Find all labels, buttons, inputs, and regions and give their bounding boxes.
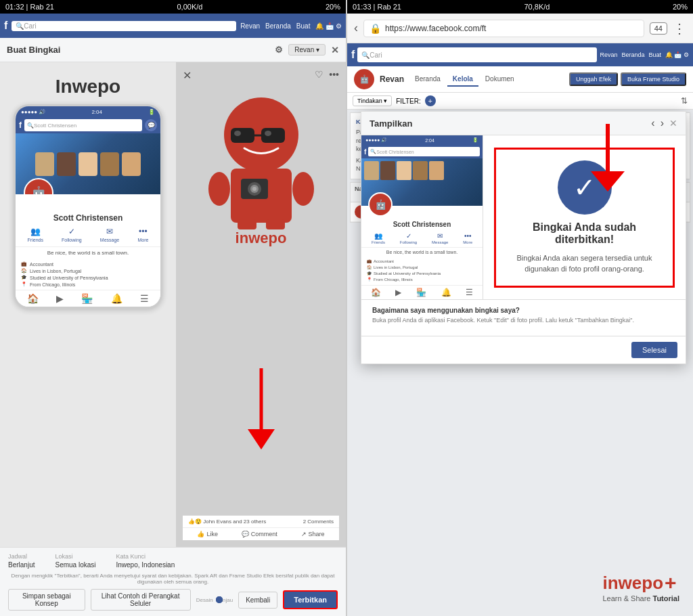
tab-kelola[interactable]: Kelola [447,72,478,87]
comment-button[interactable]: 💬 Comment [242,531,277,537]
buka-frame-studio-btn[interactable]: Buka Frame Studio [621,72,686,86]
svg-rect-14 [266,219,285,229]
terbitkan-button[interactable]: Terbitkan [283,590,338,609]
inwepo-brand: inwepo + Learn & Share Tutorial [602,571,679,602]
ov-nav-home[interactable]: 🏠 [371,288,381,297]
share-button[interactable]: ↗ Share [301,531,325,537]
close-icon[interactable]: ✕ [331,45,339,56]
nav-menu-icon[interactable]: ☰ [140,293,149,304]
time-left: 01:32 | Rab 21 [5,3,54,11]
add-filter-btn[interactable]: + [425,95,436,106]
ov-message-icon: ✉ [437,232,443,240]
overlay-prev-btn[interactable]: ‹ [651,117,654,129]
ov-action-more[interactable]: ••• More [463,232,472,244]
jadwal-value: Berlanjut [8,561,35,569]
ov-info-2: 🏠 Lives in Lisbon, Portugal [367,265,477,269]
inwepo-sub: Learn & Share Tutorial [602,594,679,602]
tab-count[interactable]: 44 [650,22,667,35]
browser-menu-icon[interactable]: ⋮ [673,20,686,37]
ov-cover: 🤖 [361,158,483,206]
sort-icon[interactable]: ⇅ [681,96,688,106]
lihat-btn[interactable]: Lihat Contoh di Perangkat Seluler [91,589,191,611]
network-left: 0,00K/d [177,3,203,11]
svg-point-4 [234,131,241,136]
overlay-body: ●●●●● 🔊 2:04 🔋 f 🔍 Scott Christensen [361,135,686,299]
fb-nav-icons-right: 🔔 📩 ⚙ [665,51,689,58]
ov-search[interactable]: 🔍 Scott Christensen [368,147,480,156]
right-red-arrow [584,124,631,194]
fb-page-nav-items: Revan Beranda Buat 🔔 📩 ⚙ [600,51,689,58]
phone-bottom-nav-left: 🏠 ▶ 🏪 🔔 ☰ [16,290,160,307]
unggah-efek-btn[interactable]: Unggah Efek [569,72,618,86]
action-message[interactable]: ✉ Message [100,227,119,242]
selesai-button[interactable]: Selesai [631,342,677,358]
more-label: More [137,238,148,242]
nav-video-icon[interactable]: ▶ [56,293,64,304]
preview-more-icon[interactable]: ••• [329,69,339,82]
ov-person-5 [429,161,444,180]
ov-home-icon: 🏠 [367,265,372,269]
phone-search-text: Scott Christensen [34,123,76,129]
action-following[interactable]: ✓ Following [62,227,82,242]
ov-action-following[interactable]: ✓ Following [400,232,417,244]
info-lisbon: 🏠 Lives in Lisbon, Portugal [21,268,155,273]
robot-svg [207,94,315,229]
action-friends[interactable]: 👥 Friends [28,227,43,242]
phone-fb-logo: f [19,120,22,130]
nav-notif-icon[interactable]: 🔔 [111,293,122,304]
nav-shop-icon[interactable]: 🏪 [81,293,93,304]
simpan-btn[interactable]: Simpan sebagai Konsep [8,589,85,611]
nav-home-icon[interactable]: 🏠 [27,293,39,304]
overlay-nav: ‹ › ✕ [651,117,677,129]
fb-nav-buat[interactable]: Buat [648,51,661,58]
filter-label: FILTER: [396,97,420,105]
nav-revan[interactable]: Revan [240,22,260,30]
settings-icon[interactable]: ⚙ [275,45,283,55]
post-likes: 👍😲 John Evans and 23 others [188,519,266,525]
toolbar-actions: Simpan sebagai Konsep Lihat Contoh di Pe… [8,589,338,611]
fb-nav-beranda[interactable]: Beranda [621,51,644,58]
fb-page-search[interactable]: 🔍 Cari [357,47,597,62]
bingkai-title: Buat Bingkai [7,45,60,55]
learn-share-text: Learn & Share [602,594,650,602]
tab-dokumen[interactable]: Dokumen [480,72,520,87]
ov-following-icon: ✓ [406,232,411,240]
like-button[interactable]: 👍 Like [197,531,218,537]
ov-action-message[interactable]: ✉ Message [432,232,448,244]
heart-icon[interactable]: ♡ [315,69,323,82]
time-right: 01:33 | Rab 21 [353,3,401,11]
friends-label: Friends [28,238,43,242]
main-content-left: Inwepo ●●●●● 🔊 2:04 🔋 f 🔍 Scott Christen… [0,62,346,547]
svg-marker-18 [591,171,625,192]
robot-container [194,87,329,236]
url-bar[interactable]: 🔒 https://www.facebook.com/ft [363,20,644,37]
tindakan-btn[interactable]: Tindakan ▾ [353,95,392,106]
tab-beranda[interactable]: Beranda [409,72,446,87]
action-more[interactable]: ••• More [137,227,148,242]
nav-beranda[interactable]: Beranda [265,22,291,30]
ov-nav-notif[interactable]: 🔔 [441,288,451,297]
ov-nav-menu[interactable]: ☰ [466,288,473,297]
overlay-title: Tampilkan [370,118,412,129]
search-text-left: Cari [24,22,36,30]
back-icon[interactable]: ‹ [354,21,358,35]
overlay-next-btn[interactable]: › [661,117,664,129]
phone-search[interactable]: 🔍 Scott Christensen [24,119,142,131]
user-button[interactable]: Revan ▾ [288,44,326,56]
toolbar-disclaimer: Dengan mengklik "Terbitkan", berarti And… [8,573,338,585]
phone-messenger-icon[interactable]: 💬 [145,119,157,131]
overlay-close-btn[interactable]: ✕ [669,118,677,129]
ov-person-4 [413,161,428,180]
preview-close-icon[interactable]: ✕ [183,69,192,82]
nav-buat[interactable]: Buat [296,22,311,30]
fb-nav-revan[interactable]: Revan [600,51,617,58]
ov-action-friends[interactable]: 👥 Friends [372,232,385,244]
ov-nav-shop[interactable]: 🏪 [416,288,426,297]
meta-jadwal: Jadwal Berlanjut [8,553,35,569]
search-box-left[interactable]: 🔍 Cari [12,21,236,31]
kembali-button[interactable]: Kembali [238,592,277,609]
fb-logo-right: f [351,49,355,61]
ov-nav-video[interactable]: ▶ [395,288,401,297]
overlay-header: Tampilkan ‹ › ✕ [361,112,686,135]
url-text: https://www.facebook.com/ft [385,24,486,33]
